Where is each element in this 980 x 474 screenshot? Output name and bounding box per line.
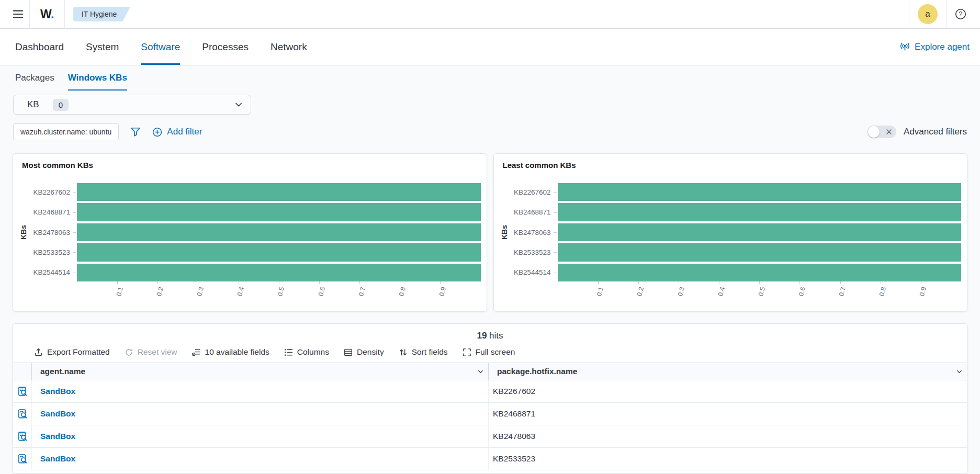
tab-dashboard[interactable]: Dashboard [15, 29, 64, 65]
hits-label: hits [489, 331, 503, 341]
bar[interactable] [558, 264, 962, 281]
bar[interactable] [77, 243, 481, 261]
hotfix-name-cell: KB2533523 [489, 448, 967, 470]
toggle-off-x-icon [886, 129, 892, 134]
category-label: KB2468871 [494, 203, 558, 221]
axis-tick [198, 281, 198, 284]
full-screen-icon [463, 348, 471, 357]
table-row: SandBoxKB2478063 [13, 425, 967, 448]
inspect-document-button[interactable] [17, 454, 28, 465]
add-filter-button[interactable]: Add filter [152, 127, 202, 137]
tab-software[interactable]: Software [141, 29, 180, 65]
bar[interactable] [558, 243, 962, 261]
chevron-down-icon[interactable] [477, 368, 484, 375]
agent-name-link[interactable]: SandBox [40, 454, 75, 464]
toolbar-label: Columns [297, 347, 329, 357]
y-axis-category-labels: KB2267602KB2468871KB2478063KB2533523KB25… [13, 183, 77, 281]
bar[interactable] [558, 223, 962, 241]
axis-tick [157, 281, 158, 284]
chart-panel-least-common-kbs: Least common KBsKBsKB2267602KB2468871KB2… [493, 153, 968, 312]
advanced-filters-control: Advanced filters [868, 126, 967, 138]
logo-dot: . [51, 7, 54, 21]
axis-tick [73, 212, 76, 213]
help-button[interactable]: ? [955, 8, 966, 20]
subtab-windows-kbs[interactable]: Windows KBs [68, 65, 127, 91]
filter-options-button[interactable] [130, 127, 141, 137]
axis-tick [921, 281, 921, 284]
agent-name-link[interactable]: SandBox [40, 409, 75, 419]
hotfix-name-cell: KB2267602 [489, 380, 967, 402]
category-label: KB2544514 [494, 264, 558, 281]
advanced-filters-toggle[interactable] [868, 126, 896, 138]
toolbar-label: Full screen [476, 347, 515, 357]
inspect-icon [17, 386, 28, 397]
explore-agent-button[interactable]: Explore agent [900, 29, 970, 65]
inspect-document-button[interactable] [17, 386, 28, 397]
tick-label: 0.1 [115, 286, 125, 297]
tick-label: 0.7 [838, 286, 847, 297]
tick-label: 0.9 [438, 286, 447, 297]
hotfix-name-cell: KB2478063 [489, 425, 967, 447]
row-lead-cell [13, 425, 32, 447]
breadcrumb[interactable]: IT Hygiene [73, 7, 130, 21]
tick-label: 0.9 [918, 286, 928, 297]
kb-select-dropdown[interactable]: KB 0 [13, 95, 251, 115]
filter-bar: wazuh.cluster.name: ubuntu Add filter Ad… [13, 123, 967, 141]
toolbar-export-formatted-button[interactable]: Export Formatted [34, 347, 110, 357]
bar-plot-area [558, 183, 962, 281]
x-axis-tick-labels: 0.10.20.30.40.50.60.70.80.9 [77, 286, 481, 310]
top-header: W. IT Hygiene a ? [0, 0, 980, 29]
inspect-document-button[interactable] [17, 409, 28, 420]
tick-label: 0.5 [276, 286, 286, 297]
filter-pill[interactable]: wazuh.cluster.name: ubuntu [13, 123, 119, 140]
agent-name-link[interactable]: SandBox [40, 432, 75, 441]
wazuh-logo[interactable]: W. [30, 7, 64, 21]
toolbar-label: Density [357, 347, 384, 357]
axis-tick [554, 232, 557, 233]
agent-name-link[interactable]: SandBox [40, 387, 75, 396]
funnel-icon [130, 127, 141, 137]
available-fields-icon [192, 348, 201, 357]
toolbar-10-available-fields-button[interactable]: 10 available fields [192, 347, 269, 357]
tab-processes[interactable]: Processes [202, 29, 249, 65]
toolbar-sort-fields-button[interactable]: Sort fields [399, 347, 448, 357]
inspect-icon [17, 431, 28, 442]
axis-tick [598, 281, 599, 284]
bar[interactable] [558, 203, 962, 221]
toolbar-density-button[interactable]: Density [344, 347, 384, 357]
inspect-document-button[interactable] [17, 431, 28, 442]
main-tabs-row: DashboardSystemSoftwareProcessesNetwork … [0, 29, 980, 65]
category-label: KB2533523 [13, 243, 77, 261]
agent-name-cell: SandBox [32, 425, 489, 447]
axis-tick [400, 281, 400, 284]
kb-select-label: KB [27, 99, 39, 110]
avatar[interactable]: a [918, 4, 938, 24]
bar-plot-area [77, 183, 481, 281]
explore-agent-label: Explore agent [915, 42, 970, 52]
chevron-down-icon[interactable] [956, 368, 963, 375]
subtab-packages[interactable]: Packages [15, 65, 54, 91]
advanced-filters-label: Advanced filters [904, 127, 967, 137]
menu-hamburger-button[interactable] [6, 0, 29, 29]
bar[interactable] [77, 223, 481, 241]
toolbar-full-screen-button[interactable]: Full screen [463, 347, 515, 357]
axis-tick [73, 192, 76, 193]
axis-tick [440, 281, 441, 284]
axis-tick [554, 273, 557, 273]
column-header-agent-name[interactable]: agent.name [32, 363, 489, 380]
hits-number: 19 [477, 331, 487, 341]
bar[interactable] [77, 264, 481, 281]
axis-tick [73, 232, 76, 233]
bar[interactable] [558, 183, 962, 201]
toolbar-label: Export Formatted [47, 347, 110, 357]
column-header-package-hotfix-name[interactable]: package.hotfix.name [489, 363, 967, 380]
tab-network[interactable]: Network [271, 29, 307, 65]
category-label: KB2478063 [494, 223, 558, 241]
bar[interactable] [77, 183, 481, 201]
chart-panel-most-common-kbs: Most common KBsKBsKB2267602KB2468871KB24… [13, 153, 487, 312]
tab-system[interactable]: System [86, 29, 119, 65]
toolbar-columns-button[interactable]: Columns [284, 347, 329, 357]
bar[interactable] [77, 203, 481, 221]
x-axis-tick-labels: 0.10.20.30.40.50.60.70.80.9 [558, 286, 962, 310]
axis-tick [638, 281, 639, 284]
